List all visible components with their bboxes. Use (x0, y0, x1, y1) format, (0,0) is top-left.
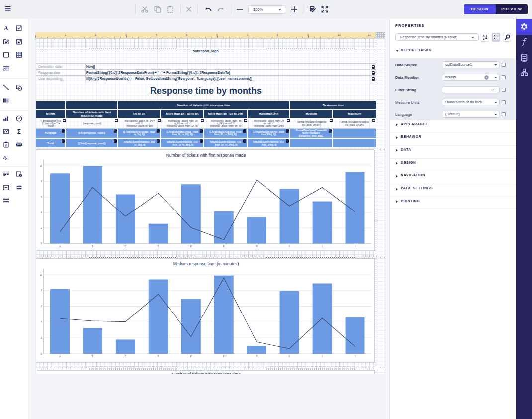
svg-text:Number of tickets with first r: Number of tickets with first response ma… (166, 153, 246, 158)
svg-text:C: C (125, 245, 127, 248)
svg-text:Z: Z (483, 37, 485, 40)
svg-text:4: 4 (41, 321, 42, 323)
svg-text:10: 10 (39, 274, 42, 276)
svg-text:a: a (4, 67, 6, 70)
svg-text:2: 2 (41, 337, 42, 339)
svg-text:G: G (256, 355, 258, 358)
svg-text:E: E (190, 245, 192, 248)
svg-text:D: D (158, 355, 160, 358)
svg-text:4: 4 (41, 211, 42, 214)
svg-text:B: B (92, 245, 93, 248)
svg-text:0: 0 (41, 353, 42, 355)
svg-text:B: B (92, 355, 93, 358)
svg-text:8: 8 (41, 289, 42, 292)
svg-text:Medium response time (in minut: Medium response time (in minutes) (173, 261, 239, 266)
svg-text:H: H (288, 245, 290, 248)
svg-text:6: 6 (41, 196, 42, 198)
svg-text:I: I (322, 245, 322, 248)
svg-text:F: F (223, 245, 225, 248)
svg-text:PDF: PDF (17, 144, 21, 146)
svg-text:J: J (355, 355, 355, 358)
svg-text:F: F (223, 355, 225, 358)
svg-text:C: C (125, 355, 127, 358)
svg-text:b: b (7, 67, 9, 70)
svg-text:Σ: Σ (17, 128, 21, 135)
svg-text:J: J (355, 245, 355, 248)
svg-text:I: I (322, 355, 322, 358)
svg-text:E: E (190, 355, 192, 358)
svg-text:10: 10 (39, 165, 42, 167)
svg-text:8: 8 (41, 180, 42, 183)
svg-text:D: D (158, 245, 160, 248)
svg-text:H: H (288, 355, 290, 358)
svg-text:0: 0 (41, 242, 42, 245)
svg-text:A: A (59, 355, 61, 358)
svg-text:A: A (4, 25, 8, 31)
svg-text:G: G (256, 245, 258, 248)
svg-text:6: 6 (41, 305, 42, 308)
svg-text:A: A (59, 245, 61, 248)
svg-text:2: 2 (41, 227, 42, 229)
